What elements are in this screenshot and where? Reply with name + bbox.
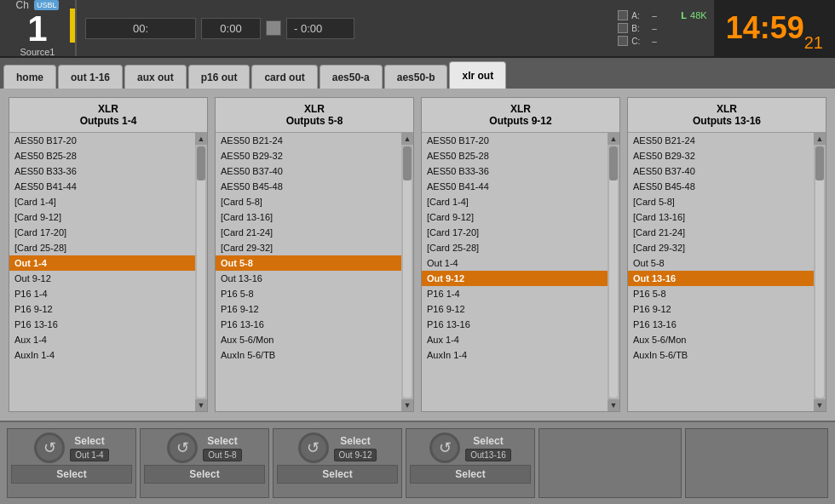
list-item[interactable]: AuxIn 1-4: [9, 347, 195, 363]
xlr-header-1: XLROutputs 1-4: [9, 98, 207, 133]
list-item[interactable]: [Card 17-20]: [422, 225, 608, 240]
list-item[interactable]: Aux 5-6/Mon: [216, 332, 401, 347]
list-item[interactable]: [Card 21-24]: [216, 225, 401, 240]
list-item[interactable]: Out 5-8: [628, 255, 814, 271]
list-item[interactable]: AES50 B21-24: [628, 133, 814, 148]
list-item[interactable]: AES50 B41-44: [9, 179, 195, 194]
list-item[interactable]: Out 9-12: [9, 271, 195, 286]
scroll-down-arrow[interactable]: ▼: [195, 399, 207, 411]
list-item[interactable]: Out 9-12: [422, 271, 608, 286]
list-item[interactable]: AES50 B33-36: [9, 163, 195, 179]
scrollbar-3[interactable]: ▲ ▼: [608, 133, 619, 411]
scrollbar-2[interactable]: ▲ ▼: [401, 133, 413, 411]
scroll-up-arrow[interactable]: ▲: [401, 133, 413, 145]
list-item[interactable]: Aux 1-4: [9, 332, 195, 347]
tab-p16-out[interactable]: p16 out: [188, 65, 250, 89]
list-item[interactable]: P16 9-12: [628, 301, 814, 317]
select-icon-3[interactable]: ↺: [298, 432, 329, 463]
list-item[interactable]: Aux 1-4: [422, 332, 608, 347]
tab-xlr-out[interactable]: xlr out: [449, 61, 506, 89]
list-item[interactable]: P16 1-4: [9, 286, 195, 301]
list-item[interactable]: [Card 29-32]: [628, 240, 814, 255]
list-item[interactable]: [Card 1-4]: [422, 194, 608, 209]
tab-home[interactable]: home: [3, 65, 56, 89]
list-item[interactable]: P16 9-12: [422, 301, 608, 317]
scrollbar-1[interactable]: ▲ ▼: [195, 133, 207, 411]
select-group-2: ↺ Select Out 5-8 Select: [140, 428, 269, 498]
list-item[interactable]: Out 13-16: [216, 271, 401, 286]
select-button-1[interactable]: Select: [11, 465, 132, 484]
list-item[interactable]: P16 9-12: [216, 301, 401, 317]
list-item[interactable]: AuxIn 5-6/TB: [216, 347, 401, 363]
list-item[interactable]: Out 5-8: [216, 255, 401, 271]
list-item[interactable]: P16 13-16: [422, 317, 608, 332]
list-item[interactable]: AES50 B21-24: [216, 133, 401, 148]
list-item[interactable]: AuxIn 5-6/TB: [628, 347, 814, 363]
list-item[interactable]: Aux 5-6/Mon: [628, 332, 814, 347]
list-item[interactable]: AES50 B45-48: [628, 179, 814, 194]
list-item[interactable]: [Card 21-24]: [628, 225, 814, 240]
scroll-up-arrow[interactable]: ▲: [195, 133, 207, 145]
scroll-down-arrow[interactable]: ▼: [401, 399, 413, 411]
meter-a-value: –: [652, 11, 677, 20]
list-item[interactable]: P16 5-8: [628, 286, 814, 301]
list-item[interactable]: [Card 9-12]: [422, 209, 608, 225]
list-item[interactable]: [Card 5-8]: [216, 194, 401, 209]
scroll-up-arrow[interactable]: ▲: [608, 133, 619, 145]
scroll-thumb[interactable]: [197, 146, 205, 180]
list-item[interactable]: P16 13-16: [9, 317, 195, 332]
list-item[interactable]: P16 13-16: [628, 317, 814, 332]
xlr-list-3: AES50 B17-20AES50 B25-28AES50 B33-36AES5…: [422, 133, 619, 411]
scroll-thumb[interactable]: [609, 146, 618, 180]
tab-card-out[interactable]: card out: [251, 65, 317, 89]
list-item[interactable]: AES50 B45-48: [216, 179, 401, 194]
list-item[interactable]: AuxIn 1-4: [422, 347, 608, 363]
tab-aes50-a[interactable]: aes50-a: [320, 65, 383, 89]
select-button-3[interactable]: Select: [277, 465, 398, 484]
list-item[interactable]: [Card 25-28]: [9, 240, 195, 255]
list-item[interactable]: AES50 B25-28: [422, 148, 608, 163]
list-item[interactable]: [Card 9-12]: [9, 209, 195, 225]
list-item[interactable]: [Card 29-32]: [216, 240, 401, 255]
scroll-down-arrow[interactable]: ▼: [814, 399, 826, 411]
scroll-thumb[interactable]: [815, 146, 824, 180]
list-item[interactable]: AES50 B33-36: [422, 163, 608, 179]
select-button-4[interactable]: Select: [410, 465, 531, 484]
xlr-list-1: AES50 B17-20AES50 B25-28AES50 B33-36AES5…: [9, 133, 207, 411]
list-item[interactable]: [Card 5-8]: [628, 194, 814, 209]
list-item[interactable]: Out 1-4: [9, 255, 195, 271]
scroll-up-arrow[interactable]: ▲: [814, 133, 826, 145]
select-icon-1[interactable]: ↺: [34, 432, 65, 463]
list-item[interactable]: [Card 13-16]: [216, 209, 401, 225]
meters-block: A: – L 48K B: – C: –: [611, 0, 713, 56]
list-item[interactable]: Out 1-4: [422, 255, 608, 271]
list-item[interactable]: Out 13-16: [628, 271, 814, 286]
list-item[interactable]: [Card 13-16]: [628, 209, 814, 225]
scrollbar-4[interactable]: ▲ ▼: [814, 133, 826, 411]
list-item[interactable]: AES50 B25-28: [9, 148, 195, 163]
scroll-thumb[interactable]: [403, 146, 412, 180]
list-item[interactable]: P16 1-4: [422, 286, 608, 301]
list-item[interactable]: P16 5-8: [216, 286, 401, 301]
select-badge-1: Out 1-4: [70, 449, 108, 461]
list-item[interactable]: AES50 B37-40: [628, 163, 814, 179]
list-item[interactable]: AES50 B29-32: [216, 148, 401, 163]
scroll-down-arrow[interactable]: ▼: [608, 399, 619, 411]
tab-aes50-b[interactable]: aes50-b: [384, 65, 448, 89]
list-item[interactable]: [Card 1-4]: [9, 194, 195, 209]
list-item[interactable]: AES50 B17-20: [9, 133, 195, 148]
list-item[interactable]: [Card 17-20]: [9, 225, 195, 240]
list-item[interactable]: P16 9-12: [9, 301, 195, 317]
select-icon-4[interactable]: ↺: [429, 432, 460, 463]
list-item[interactable]: AES50 B29-32: [628, 148, 814, 163]
select-icon-2[interactable]: ↺: [167, 432, 198, 463]
list-item[interactable]: AES50 B37-40: [216, 163, 401, 179]
tab-aux-out[interactable]: aux out: [124, 65, 187, 89]
stop-button[interactable]: [266, 20, 281, 36]
list-item[interactable]: [Card 25-28]: [422, 240, 608, 255]
tab-out1-16[interactable]: out 1-16: [58, 65, 123, 89]
list-item[interactable]: P16 13-16: [216, 317, 401, 332]
list-item[interactable]: AES50 B17-20: [422, 133, 608, 148]
select-button-2[interactable]: Select: [144, 465, 265, 484]
list-item[interactable]: AES50 B41-44: [422, 179, 608, 194]
